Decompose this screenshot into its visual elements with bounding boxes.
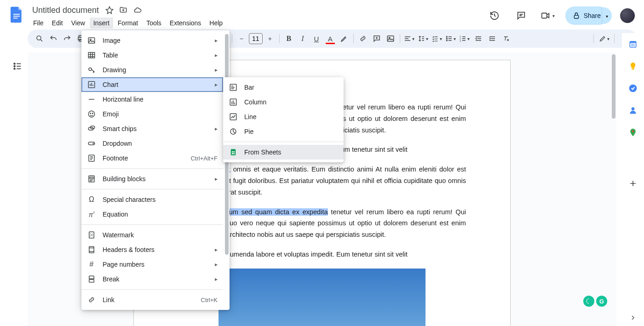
insert-image[interactable]: Image▸ xyxy=(81,33,223,48)
line-spacing-button[interactable] xyxy=(417,32,430,45)
share-wrapper: Share ▾ xyxy=(565,6,612,25)
editing-mode-button[interactable] xyxy=(598,32,610,45)
svg-point-17 xyxy=(14,63,15,64)
chart-column[interactable]: Column xyxy=(223,95,344,109)
document-title[interactable]: Untitled document xyxy=(29,5,102,16)
insert-link[interactable]: LinkCtrl+K xyxy=(81,292,223,307)
pie-icon xyxy=(229,127,238,136)
svg-rect-29 xyxy=(88,52,95,58)
menu-label: Building blocks xyxy=(103,175,208,183)
insert-special-characters[interactable]: ΩSpecial characters xyxy=(81,192,223,207)
hr-icon xyxy=(87,95,96,104)
pi-icon: π² xyxy=(87,210,96,219)
underline-button[interactable]: U xyxy=(310,32,323,45)
insert-chart[interactable]: Chart▸ xyxy=(81,77,223,92)
menu-edit[interactable]: Edit xyxy=(48,17,67,29)
redo-icon[interactable] xyxy=(61,32,74,45)
svg-point-34 xyxy=(92,113,93,114)
font-size-input[interactable] xyxy=(249,33,263,44)
comments-icon[interactable] xyxy=(512,6,530,25)
share-caret[interactable]: ▾ xyxy=(602,7,612,24)
menu-extensions[interactable]: Extensions xyxy=(166,17,205,29)
maps-icon[interactable] xyxy=(628,128,638,137)
separator xyxy=(279,34,280,43)
submenu-arrow-icon: ▸ xyxy=(215,261,218,268)
indent-increase-button[interactable] xyxy=(486,32,499,45)
menu-format[interactable]: Format xyxy=(114,17,142,29)
account-avatar[interactable] xyxy=(620,8,635,23)
search-menus-icon[interactable] xyxy=(33,32,46,45)
font-increase-button[interactable]: + xyxy=(264,32,276,45)
chart-line[interactable]: Line xyxy=(223,109,344,124)
insert-image-button[interactable] xyxy=(384,32,397,45)
header-right: ▾ Share ▾ xyxy=(485,6,637,25)
insert-horizontal-line[interactable]: Horizontal line xyxy=(81,92,223,107)
vertical-scrollbar[interactable] xyxy=(611,52,616,326)
menu-help[interactable]: Help xyxy=(206,17,226,29)
insert-footnote[interactable]: FootnoteCtrl+Alt+F xyxy=(81,151,223,166)
show-outline-button[interactable] xyxy=(10,59,25,74)
star-icon[interactable] xyxy=(105,6,114,14)
scrollbar-thumb[interactable] xyxy=(612,54,615,119)
svg-point-12 xyxy=(447,38,448,39)
font-size-field[interactable] xyxy=(249,35,262,42)
dropdown-scrollbar[interactable] xyxy=(223,33,230,307)
menu-label: Drawing xyxy=(103,66,208,74)
chart-from-sheets[interactable]: From Sheets xyxy=(223,145,344,160)
highlight-button[interactable] xyxy=(338,32,351,45)
insert-break[interactable]: Break▸ xyxy=(81,272,223,286)
omega-icon: Ω xyxy=(87,195,96,204)
font-decrease-button[interactable]: − xyxy=(235,32,248,45)
insert-table[interactable]: Table▸ xyxy=(81,48,223,63)
insert-page-numbers[interactable]: #Page numbers▸ xyxy=(81,257,223,272)
numbered-list-button[interactable]: 123 xyxy=(458,32,471,45)
svg-rect-9 xyxy=(387,36,394,41)
docs-logo-icon[interactable] xyxy=(7,6,26,24)
clear-format-button[interactable] xyxy=(500,32,512,45)
align-button[interactable] xyxy=(403,32,416,45)
share-label: Share xyxy=(584,12,601,19)
watermark-icon xyxy=(87,230,96,240)
add-comment-button[interactable] xyxy=(370,32,383,45)
checklist-button[interactable] xyxy=(431,32,443,45)
bold-button[interactable]: B xyxy=(282,32,295,45)
meet-button[interactable]: ▾ xyxy=(539,6,557,25)
insert-drawing[interactable]: Drawing▸ xyxy=(81,63,223,77)
chart-icon xyxy=(87,80,96,89)
menu-tools[interactable]: Tools xyxy=(143,17,165,29)
menu-view[interactable]: View xyxy=(68,17,89,29)
contacts-icon[interactable] xyxy=(628,106,638,115)
insert-equation[interactable]: π²Equation xyxy=(81,207,223,222)
submenu-arrow-icon: ▸ xyxy=(215,246,218,253)
move-icon[interactable] xyxy=(119,6,127,14)
add-addon-icon[interactable] xyxy=(628,179,638,188)
calendar-icon[interactable]: 31 xyxy=(628,40,638,49)
indent-decrease-button[interactable] xyxy=(472,32,485,45)
insert-building-blocks[interactable]: Building blocks▸ xyxy=(81,172,223,186)
insert-smart-chips[interactable]: Smart chips▸ xyxy=(81,121,223,136)
chips-icon xyxy=(87,124,96,133)
insert-headers-footers[interactable]: Headers & footers▸ xyxy=(81,242,223,257)
insert-emoji[interactable]: Emoji xyxy=(81,107,223,121)
menu-insert[interactable]: Insert xyxy=(90,17,113,29)
bullet-list-button[interactable] xyxy=(444,32,457,45)
suggestion-badge[interactable] xyxy=(583,296,594,307)
keep-icon[interactable] xyxy=(628,62,638,71)
history-icon[interactable] xyxy=(485,6,504,25)
insert-dropdown[interactable]: Dropdown xyxy=(81,136,223,151)
chart-pie[interactable]: Pie xyxy=(223,124,344,139)
side-panel-collapse-icon[interactable] xyxy=(629,314,637,321)
document-image[interactable] xyxy=(218,269,426,326)
text-color-button[interactable]: A xyxy=(324,32,337,45)
insert-watermark[interactable]: Watermark xyxy=(81,228,223,242)
chart-bar[interactable]: Bar xyxy=(223,80,344,95)
cloud-status-icon[interactable] xyxy=(133,6,142,14)
grammarly-icon[interactable]: G xyxy=(596,296,607,307)
italic-button[interactable]: I xyxy=(296,32,309,45)
insert-link-button[interactable] xyxy=(356,32,369,45)
undo-icon[interactable] xyxy=(47,32,60,45)
tasks-icon[interactable] xyxy=(628,84,638,93)
svg-rect-42 xyxy=(89,246,94,253)
menu-file[interactable]: File xyxy=(29,17,47,29)
menu-label: Pie xyxy=(244,128,338,135)
